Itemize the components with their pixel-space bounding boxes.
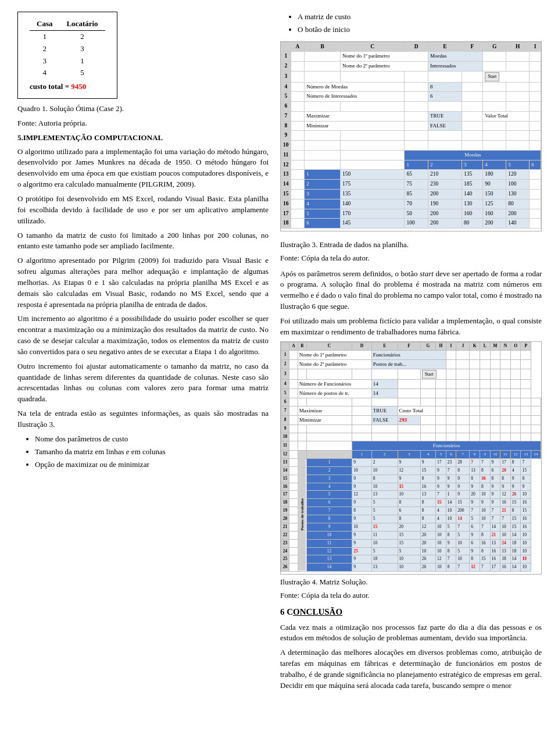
ss2-row: 18 6 9 5 8 8 15 14 15 9 9 9 16 xyxy=(281,499,541,507)
ss-col-header: H xyxy=(506,42,530,52)
spreadsheet-table-1: A B C D E F G H I 1 xyxy=(281,42,541,229)
para-ficticio: Foi utilizado mais um problema fictício … xyxy=(280,316,542,338)
ss2-row: 22 10 9 11 15 20 10 8 5 9 8 21 10 xyxy=(281,531,541,539)
ss2-row: 1 Nome do 1º parâmetro Funcionários xyxy=(281,350,541,359)
cell: 1 xyxy=(30,30,59,42)
table-total: custo total = 9450 xyxy=(30,81,105,92)
ss2-col-header: L xyxy=(480,342,490,350)
ss2-corner xyxy=(281,342,289,350)
left-column: Casa Locatário 1 2 2 3 3 1 xyxy=(17,12,269,695)
ss-row: 14 2 175 75 230 185 90 100 xyxy=(281,180,541,190)
para1: O algoritmo utilizado para a implementaç… xyxy=(17,147,269,190)
ss2-row: 23 11 9 10 15 20 10 9 10 6 16 13 24 xyxy=(281,539,541,547)
table-row: 1 2 xyxy=(30,30,105,42)
ss-row: 9 xyxy=(281,131,541,141)
bullet-list-1: Nome dos parâmetros de custo Tamanho da … xyxy=(35,434,269,470)
ss-row: 8 Minimizar FALSE xyxy=(281,121,541,131)
table-row: 2 3 xyxy=(30,43,105,55)
ss2-row: 14 2 10 10 12 15 9 7 8 13 8 6 20 xyxy=(281,466,541,475)
page-container: Casa Locatário 1 2 2 3 3 1 xyxy=(17,12,541,695)
illustration3-source: Fonte: Cópia da tela do autor. xyxy=(280,253,542,264)
ss2-row: 7 Maximizar TRUE Custo Total xyxy=(281,406,541,416)
spreadsheet-table-2: A B C D E F G H I J K L M N O xyxy=(281,342,541,572)
ss-row: 17 5 170 50 200 160 160 200 xyxy=(281,209,541,219)
section6-number: 6 C xyxy=(280,607,293,616)
ss2-row: 12 1 2 3 4 5 6 7 8 9 10 11 12 1 xyxy=(281,451,541,459)
ss2-row: 24 12 25 5 5 10 10 8 5 9 8 16 13 xyxy=(281,547,541,555)
ss2-row: 19 7 8 5 6 8 4 10 200 7 10 7 21 xyxy=(281,507,541,515)
ss2-col-header: K xyxy=(470,342,480,350)
ss2-row: 16 4 9 10 15 16 9 9 9 9 8 9 9 9 xyxy=(281,483,541,491)
cell: 1 xyxy=(59,55,105,67)
ss2-col-header: P xyxy=(521,342,531,350)
ss-col-header xyxy=(281,42,291,52)
conclusion-para2: A determinação das melhores alocações em… xyxy=(280,647,542,691)
ss-col-header: B xyxy=(305,42,341,52)
ss2-row: 17 5 12 13 10 13 7 1 9 20 10 9 12 xyxy=(281,491,541,499)
illustration4-source: Fonte: Cópia da tela do autor. xyxy=(280,590,542,601)
para-after-ill3: Após os parâmetros serem definidos, o bo… xyxy=(280,269,542,312)
ss2-col-header: A xyxy=(289,342,298,350)
ss-col-header: E xyxy=(428,42,462,52)
ss2-col-header: I xyxy=(446,342,456,350)
ss2-col-header: C xyxy=(306,342,352,350)
para6: Outro incremento foi ajustar automaticam… xyxy=(17,361,269,405)
table-box: Casa Locatário 1 2 2 3 3 1 xyxy=(17,12,117,99)
ss-row: 3 Start xyxy=(281,71,541,82)
ss2-row: 2 Nome do 2º parâmetro Postos de trab... xyxy=(281,359,541,369)
ss2-row: 8 Minimizar FALSE 293 xyxy=(281,416,541,425)
col-header-locatario: Locatário xyxy=(59,18,105,30)
ss2-col-header: O xyxy=(510,342,521,350)
ss2-col-header: D xyxy=(352,342,371,350)
ss-col-header: F xyxy=(462,42,482,52)
list-item: Opção de maximizar ou de minimizar xyxy=(35,459,269,470)
ss2-row: 3 Start xyxy=(281,369,541,380)
cell: 2 xyxy=(30,43,59,55)
cell: 2 xyxy=(59,30,105,42)
illustration3-spreadsheet: A B C D E F G H I 1 xyxy=(280,41,542,231)
ss-row: 11 Moedas xyxy=(281,150,541,160)
ss-row: 4 Número de Moedas 8 xyxy=(281,82,541,92)
para4: O algoritmo apresentado por Pilgrim (200… xyxy=(17,255,269,310)
section6-heading: 6 CONCLUSÃO xyxy=(280,606,542,619)
cell: 3 xyxy=(30,55,59,67)
ss-row: 2 Nome do 2º parâmetro Interessados xyxy=(281,62,541,72)
cell: 3 xyxy=(59,43,105,55)
table-row: 4 5 xyxy=(30,67,105,79)
ss2-col-header: M xyxy=(490,342,500,350)
ss2-col-header: G xyxy=(420,342,435,350)
ss2-col-header: H xyxy=(436,342,446,350)
ss-row: 16 4 140 70 190 130 125 80 xyxy=(281,199,541,209)
ss-row: 5 Número de Interessados 6 xyxy=(281,92,541,102)
list-item: A matriz de custo xyxy=(298,12,542,23)
ss2-row: 15 3 9 8 9 8 9 9 9 8 16 8 8 9 xyxy=(281,475,541,483)
ss-col-header: C xyxy=(341,42,405,52)
table-caption: Quadro 1. Solução Ótima (Case 2). xyxy=(17,104,269,115)
ss-col-header: D xyxy=(405,42,428,52)
ss2-row: 13 Postos de trabalho 1 9 2 9 9 17 23 28… xyxy=(281,458,541,466)
ss-row: 1 Nome do 1º parâmetro Moedas xyxy=(281,52,541,62)
para3: O tamanho da matriz de custo foi limitad… xyxy=(17,230,269,252)
ss-col-header: I xyxy=(530,42,541,52)
col-header-casa: Casa xyxy=(30,18,59,30)
ss-row: 12 1 2 3 4 5 6 xyxy=(281,160,541,170)
ss2-row: 9 xyxy=(281,425,541,433)
assignment-table: Casa Locatário 1 2 2 3 3 1 xyxy=(30,18,105,79)
illustration4-spreadsheet: A B C D E F G H I J K L M N O xyxy=(280,341,542,575)
ss2-row: 20 8 9 5 8 8 4 10 14 5 10 7 7 1 xyxy=(281,515,541,523)
ss2-col-header: N xyxy=(500,342,511,350)
para5: Um incremento ao algoritmo é a possibili… xyxy=(17,313,269,357)
table-source: Fonte: Autoria própria. xyxy=(17,118,269,129)
ss2-row: 11 Funcionários xyxy=(281,441,541,451)
ss-row: 7 Maximizar TRUE Valor Total xyxy=(281,111,541,121)
ss2-row: 26 14 9 13 10 26 10 8 7 12 7 17 16 xyxy=(281,564,541,572)
right-column: A matriz de custo O botão de inicio A B … xyxy=(280,12,542,695)
list-item: O botão de inicio xyxy=(298,24,542,35)
ss2-col-header: E xyxy=(371,342,398,350)
ss-row: 18 6 145 100 200 80 200 140 xyxy=(281,219,541,229)
ss2-col-header: J xyxy=(456,342,470,350)
ss-col-header: A xyxy=(291,42,305,52)
ss2-row: 10 xyxy=(281,433,541,441)
ss-col-header: G xyxy=(483,42,506,52)
ss2-row: 21 9 10 15 20 12 10 5 7 6 7 14 10 xyxy=(281,523,541,531)
